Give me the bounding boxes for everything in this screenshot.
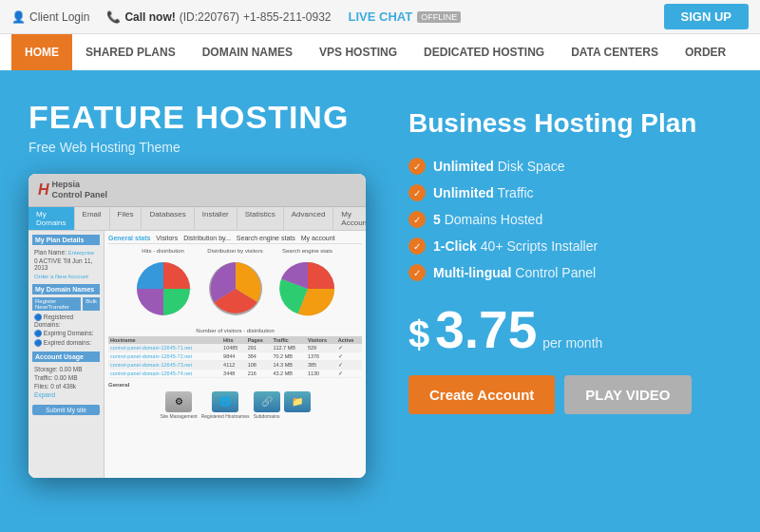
feature-icon-scripts: ✓ (408, 238, 426, 255)
table-header-row: HostnameHitsPagesTrafficVisitorsActive (108, 336, 362, 344)
features-list: ✓ Unlimited Disk Space ✓ Unlimited Traff… (408, 158, 732, 281)
price-dollar: $ (408, 314, 429, 356)
hero-left: FEATURE HOSTING Free Web Hosting Theme H… (28, 99, 380, 513)
feature-disk: ✓ Unlimited Disk Space (408, 158, 732, 175)
table-row: control-panel-domain-12645-74.net3448216… (108, 369, 362, 377)
table-row: control-panel-domain-12645-72.net9844384… (108, 352, 362, 360)
feature-icon-domains: ✓ (408, 211, 426, 228)
sidebar-plan-title: My Plan Details (32, 235, 100, 245)
panel-logo: H HepsiaControl Panel (38, 180, 107, 200)
phone-icon: 📞 (106, 10, 121, 24)
plan-title: Business Hosting Plan (408, 108, 732, 139)
chart-subtitle: Number of visitors - distribution (108, 328, 362, 333)
tab-files[interactable]: Files (110, 207, 142, 230)
live-chat-section[interactable]: LIVE CHAT OFFLINE (349, 10, 462, 24)
panel-tabs: My Domains Email Files Databases Install… (28, 207, 366, 231)
call-now-label: Call now! (124, 10, 175, 24)
general-label: General (108, 382, 362, 388)
panel-sidebar: My Plan Details Plan Name: Enterprise 0 … (28, 231, 104, 478)
hero-section: FEATURE HOSTING Free Web Hosting Theme H… (0, 70, 760, 532)
hero-right: Business Hosting Plan ✓ Unlimited Disk S… (399, 99, 732, 513)
chart-hits: Hits - distribution (130, 248, 197, 326)
feature-multilingual: ✓ Multi-lingual Control Panel (408, 264, 732, 281)
top-bar: 👤 Client Login 📞 Call now! (ID:220767) +… (0, 0, 760, 34)
feature-icon-multilingual: ✓ (408, 264, 426, 281)
feature-scripts: ✓ 1-Click 40+ Scripts Installer (408, 238, 732, 255)
call-id: (ID:220767) (180, 10, 239, 24)
bottom-icon-extra: 📁 (284, 391, 311, 419)
nav-item-shared[interactable]: SHARED PLANS (72, 34, 189, 70)
panel-main: General stats Visitors Distribution by..… (104, 231, 366, 478)
bottom-icon-subdomains: 🔗 Subdomains (254, 391, 280, 419)
sidebar-domains-section: My Domain Names Register New/Transfer Bu… (32, 284, 100, 348)
panel-inner: H HepsiaControl Panel My Domains Email F… (28, 174, 366, 478)
client-icon: 👤 (11, 10, 26, 24)
pie-chart-search (275, 256, 341, 322)
pie-chart-visitors (202, 256, 269, 322)
client-login-label: Client Login (29, 10, 89, 24)
panel-body: My Plan Details Plan Name: Enterprise 0 … (28, 231, 366, 478)
tab-mydomains[interactable]: My Domains (28, 207, 75, 230)
sidebar-usage-section: Account Usage Storage: 0.00 MB Traffic: … (32, 352, 100, 399)
cta-row: Create Account PLAY VIDEO (408, 375, 732, 414)
logo-h: H (38, 180, 49, 199)
sidebar-domain-title: My Domain Names (32, 284, 100, 294)
price-amount: 3.75 (435, 304, 537, 356)
price-per: per month (542, 335, 602, 351)
live-chat-label: LIVE CHAT (349, 10, 413, 24)
hero-title: FEATURE HOSTING (28, 99, 380, 136)
bottom-icon-hostnames: 🌐 Registered Hostnames (201, 391, 250, 419)
chart-visitors: Distribution by visitors (202, 248, 269, 326)
table-row: control-panel-domain-12645-71.net1048529… (108, 344, 362, 352)
nav-item-home[interactable]: HOME (11, 34, 72, 70)
create-account-button[interactable]: Create Account (408, 375, 555, 414)
feature-domains: ✓ 5 Domains Hosted (408, 211, 732, 228)
call-now-section: 📞 Call now! (ID:220767) +1-855-211-0932 (106, 10, 331, 24)
sidebar-usage-title: Account Usage (32, 352, 100, 362)
signup-button[interactable]: SIGN UP (664, 4, 749, 29)
nav-item-dedicated[interactable]: DEDICATED HOSTING (410, 34, 558, 70)
nav-item-domains[interactable]: DOMAIN NAMES (189, 34, 306, 70)
feature-traffic: ✓ Unlimited Traffic (408, 184, 732, 201)
stats-tabs: General stats Visitors Distribution by..… (108, 235, 362, 244)
play-video-button[interactable]: PLAY VIDEO (564, 375, 691, 414)
register-row: Register New/Transfer Bulk (32, 297, 100, 311)
chart-search: Search engine stats (275, 248, 341, 326)
submit-site-btn[interactable]: Submit My site (32, 405, 100, 415)
tab-email[interactable]: Email (75, 207, 110, 230)
offline-badge: OFFLINE (417, 11, 461, 23)
top-bar-left: 👤 Client Login 📞 Call now! (ID:220767) +… (11, 10, 647, 24)
panel-header: H HepsiaControl Panel (28, 174, 366, 207)
nav-item-order[interactable]: ORDER (672, 34, 739, 70)
tab-installer[interactable]: Installer (195, 207, 238, 230)
table-row: control-panel-domain-12645-73.net4112108… (108, 360, 362, 369)
tab-statistics[interactable]: Statistics (238, 207, 284, 230)
feature-icon-disk: ✓ (408, 158, 426, 175)
nav-bar: HOME SHARED PLANS DOMAIN NAMES VPS HOSTI… (0, 34, 760, 70)
pricing-row: $ 3.75 per month (408, 304, 732, 356)
tab-databases[interactable]: Databases (142, 207, 194, 230)
hero-subtitle: Free Web Hosting Theme (28, 140, 380, 155)
nav-item-vps[interactable]: VPS HOSTING (306, 34, 410, 70)
tab-myaccount[interactable]: My Account (333, 207, 366, 230)
bottom-icon-site: ⚙ Site Management (160, 391, 197, 419)
panel-screenshot: H HepsiaControl Panel My Domains Email F… (28, 174, 366, 478)
nav-item-datacenters[interactable]: DATA CENTERS (558, 34, 672, 70)
phone-number: +1-855-211-0932 (243, 10, 331, 24)
panel-bottom-row: ⚙ Site Management 🌐 Registered Hostnames… (108, 391, 362, 419)
tab-advanced[interactable]: Advanced (284, 207, 334, 230)
panel-table: HostnameHitsPagesTrafficVisitorsActive c… (108, 336, 362, 378)
logo-text: HepsiaControl Panel (52, 180, 108, 200)
client-login-link[interactable]: 👤 Client Login (11, 10, 89, 24)
pie-chart-hits (130, 256, 197, 322)
feature-icon-traffic: ✓ (408, 184, 426, 201)
charts-row: Hits - distribution (108, 248, 362, 326)
